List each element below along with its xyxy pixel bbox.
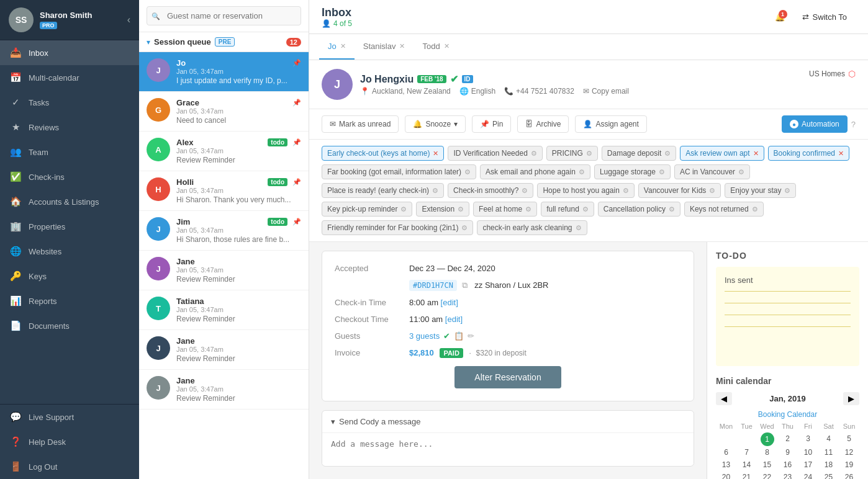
tag[interactable]: Far booking (got email, information late… — [322, 164, 476, 179]
calendar-day[interactable]: 26 — [839, 471, 859, 479]
chat-item-grace[interactable]: G Grace 📌 Jan 05, 3:47am Need to cancel — [139, 92, 309, 132]
sidebar-collapse-button[interactable]: ‹ — [127, 14, 130, 25]
alter-reservation-button[interactable]: Alter Reservation — [454, 366, 561, 388]
help-icon[interactable]: ? — [851, 120, 856, 129]
chat-item-alex[interactable]: A Alex todo 📌 Jan 05, 3:47am Review Remi… — [139, 132, 309, 171]
calendar-day[interactable]: 21 — [736, 471, 757, 479]
tag[interactable]: check-in early ask cleaning⚙ — [477, 220, 587, 235]
chat-item-jane2[interactable]: J Jane Jan 05, 3:47am Review Reminder — [139, 330, 309, 370]
tag[interactable]: Hope to host you again⚙ — [537, 183, 634, 198]
chat-item-jane3[interactable]: J Jane Jan 05, 3:47am Review Reminder — [139, 370, 309, 410]
tag-gear-icon[interactable]: ⚙ — [586, 150, 592, 158]
checkout-edit[interactable]: [edit] — [445, 315, 463, 324]
tag-gear-icon[interactable]: ⚙ — [458, 205, 464, 213]
tab-jo[interactable]: Jo ✕ — [319, 34, 355, 60]
calendar-day[interactable]: 5 — [839, 432, 859, 446]
tag-remove-icon[interactable]: ✕ — [838, 150, 844, 158]
tag[interactable]: Vancouver for Kids⚙ — [638, 183, 721, 198]
calendar-day[interactable]: 1 — [761, 432, 774, 446]
todo-note[interactable]: Ins sent — [716, 267, 859, 366]
tag-gear-icon[interactable]: ⚙ — [784, 187, 790, 195]
calendar-day[interactable]: 18 — [818, 459, 839, 471]
tag-gear-icon[interactable]: ⚙ — [579, 168, 585, 176]
sidebar-item-inbox[interactable]: 📥 Inbox — [0, 40, 139, 65]
automation-toggle[interactable]: ● Automation — [782, 115, 848, 133]
tag-gear-icon[interactable]: ⚙ — [664, 150, 671, 158]
search-input[interactable] — [147, 6, 301, 25]
tab-todd[interactable]: Todd ✕ — [414, 34, 458, 60]
switch-to-button[interactable]: ⇄ Switch To — [793, 9, 856, 25]
tab-close-stanislav[interactable]: ✕ — [399, 42, 405, 50]
calendar-day[interactable]: 4 — [818, 432, 839, 446]
sidebar-item-multi-calendar[interactable]: 📅 Multi-calendar — [0, 65, 139, 90]
calendar-day[interactable]: 19 — [839, 459, 859, 471]
tag[interactable]: Check-in smoothly?⚙ — [448, 183, 533, 198]
sidebar-item-reviews[interactable]: ★ Reviews — [0, 115, 139, 140]
tab-close-jo[interactable]: ✕ — [340, 42, 346, 50]
sidebar-item-team[interactable]: 👥 Team — [0, 140, 139, 164]
calendar-day[interactable]: 23 — [777, 471, 798, 479]
tag[interactable]: Enjoy your stay⚙ — [725, 183, 796, 198]
sidebar-item-properties[interactable]: 🏢 Properties — [0, 214, 139, 239]
tag[interactable]: Ask email and phone again⚙ — [480, 164, 590, 179]
tab-stanislav[interactable]: Stanislav ✕ — [355, 34, 414, 60]
tag-gear-icon[interactable]: ⚙ — [659, 168, 665, 176]
calendar-day[interactable]: 8 — [757, 446, 777, 459]
calendar-day[interactable]: 10 — [798, 446, 818, 459]
sidebar-item-accounts-listings[interactable]: 🏠 Accounts & Listings — [0, 189, 139, 214]
tag[interactable]: Booking confirmed✕ — [768, 146, 849, 161]
chevron-down-icon[interactable]: ▾ — [147, 38, 150, 47]
tag-remove-icon[interactable]: ✕ — [433, 150, 438, 158]
chat-item-jane1[interactable]: J Jane Jan 05, 3:47am Review Reminder — [139, 251, 309, 290]
chat-item-jo[interactable]: J Jo 📌 Jan 05, 3:47am I just update and … — [139, 52, 309, 92]
calendar-day[interactable]: 12 — [839, 446, 859, 459]
tag[interactable]: Early check-out (keys at home)✕ — [322, 146, 444, 161]
pin-button[interactable]: 📌 Pin — [472, 115, 511, 133]
tag[interactable]: Damage deposit⚙ — [602, 146, 676, 161]
mark-unread-button[interactable]: ✉ Mark as unread — [322, 115, 399, 133]
tag[interactable]: Cancellation policy⚙ — [598, 202, 680, 217]
calendar-prev-button[interactable]: ◀ — [716, 392, 732, 405]
chat-item-holli[interactable]: H Holli todo 📌 Jan 05, 3:47am Hi Sharon.… — [139, 171, 309, 211]
tag-gear-icon[interactable]: ⚙ — [461, 224, 468, 232]
calendar-day[interactable]: 7 — [736, 446, 757, 459]
tag-gear-icon[interactable]: ⚙ — [738, 168, 744, 176]
snooze-button[interactable]: 🔔 Snooze ▾ — [405, 115, 466, 133]
tag[interactable]: PRICING⚙ — [546, 146, 598, 161]
tag-gear-icon[interactable]: ⚙ — [623, 187, 629, 195]
guests-doc-icon[interactable]: 📋 — [454, 331, 464, 341]
tag-gear-icon[interactable]: ⚙ — [522, 187, 528, 195]
calendar-day[interactable]: 20 — [716, 471, 736, 479]
sidebar-item-websites[interactable]: 🌐 Websites — [0, 239, 139, 264]
tag[interactable]: Feel at home⚙ — [473, 202, 537, 217]
message-input[interactable] — [322, 433, 694, 464]
calendar-day[interactable]: 2 — [777, 432, 798, 446]
calendar-day[interactable]: 13 — [716, 459, 736, 471]
calendar-day[interactable]: 6 — [716, 446, 736, 459]
tag[interactable]: AC in Vancouver⚙ — [674, 164, 750, 179]
tag-gear-icon[interactable]: ⚙ — [400, 205, 407, 213]
calendar-day[interactable]: 22 — [757, 471, 777, 479]
archive-button[interactable]: 🗄 Archive — [517, 115, 569, 133]
sidebar-item-live-support[interactable]: 💬 Live Support — [0, 405, 139, 429]
calendar-day[interactable]: 24 — [798, 471, 818, 479]
tag-gear-icon[interactable]: ⚙ — [582, 205, 589, 213]
calendar-day[interactable]: 9 — [777, 446, 798, 459]
calendar-day[interactable]: 15 — [757, 459, 777, 471]
sidebar-item-keys[interactable]: 🔑 Keys — [0, 264, 139, 289]
tag-gear-icon[interactable]: ⚙ — [432, 187, 438, 195]
tag[interactable]: Ask review own apt✕ — [680, 146, 764, 161]
tag[interactable]: ID Verification Needed⚙ — [448, 146, 542, 161]
check-in-edit[interactable]: [edit] — [441, 298, 458, 307]
tag-gear-icon[interactable]: ⚙ — [709, 187, 715, 195]
calendar-day[interactable]: 14 — [736, 459, 757, 471]
chat-item-jim[interactable]: J Jim todo 📌 Jan 05, 3:47am Hi Sharon, t… — [139, 211, 309, 251]
assign-agent-button[interactable]: 👤 Assign agent — [575, 115, 646, 133]
email-icon[interactable]: ✉ Copy email — [583, 87, 629, 96]
tag[interactable]: Extension⚙ — [416, 202, 469, 217]
tag-gear-icon[interactable]: ⚙ — [464, 168, 471, 176]
sidebar-item-help-desk[interactable]: ❓ Help Desk — [0, 429, 139, 454]
guests-edit-icon[interactable]: ✏ — [468, 331, 474, 341]
calendar-day[interactable]: 16 — [777, 459, 798, 471]
tab-close-todd[interactable]: ✕ — [444, 42, 450, 50]
